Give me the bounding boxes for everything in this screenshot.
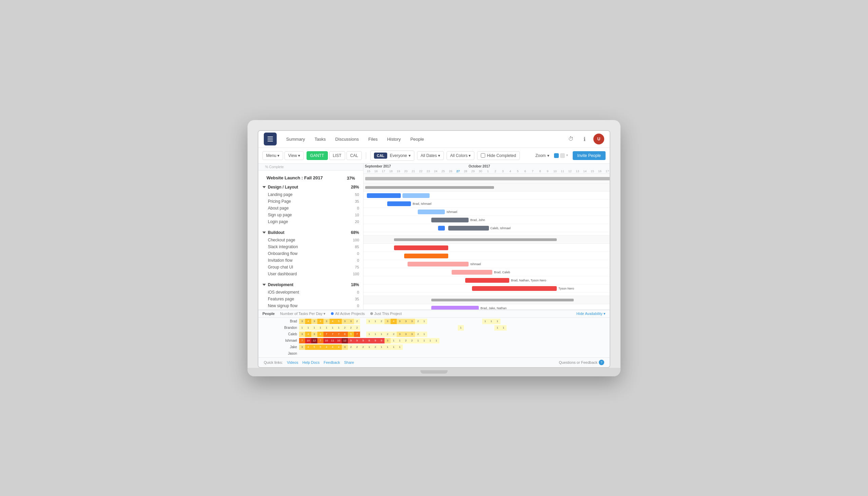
avail-cell (482, 325, 488, 330)
bar-ios (431, 306, 479, 310)
avail-cell (439, 331, 446, 337)
avail-cell (452, 319, 458, 324)
avail-cell (476, 338, 482, 343)
avail-cell: 4 (391, 319, 397, 324)
task-name: Onboarding flow (268, 251, 349, 256)
avail-cell: 2 (354, 319, 360, 324)
avail-cell: 3 (311, 331, 317, 337)
task-row: Onboarding flow 0 (258, 250, 363, 257)
project-title: Website Launch : Fall 2017 (262, 172, 327, 182)
color-toggle-gray[interactable] (560, 153, 565, 158)
avail-cell: 3 (342, 344, 348, 350)
avail-cell (372, 325, 378, 330)
view-dropdown[interactable]: View ▾ (284, 151, 304, 160)
avail-cell (415, 344, 421, 350)
avail-cell: 7 (299, 338, 305, 343)
tab-people[interactable]: People (406, 135, 428, 144)
all-colors-dropdown[interactable]: All Colors ▾ (447, 151, 474, 160)
tab-tasks[interactable]: Tasks (311, 135, 330, 144)
avail-cell (427, 331, 433, 337)
avatar[interactable]: U (593, 134, 604, 144)
legend-all-projects: All Active Projects (331, 312, 365, 316)
avail-cell: 1 (421, 331, 427, 337)
tab-files[interactable]: Files (364, 135, 382, 144)
help-docs-link[interactable]: Help Docs (303, 360, 320, 365)
avail-cell (500, 338, 507, 343)
group-design-layout[interactable]: Design / Layout 28% (258, 183, 363, 191)
avail-cell (378, 351, 385, 356)
menu-button[interactable] (264, 133, 277, 145)
chevron-down-icon: ▾ (469, 153, 470, 158)
videos-link[interactable]: Videos (287, 360, 298, 365)
group-development[interactable]: Development 18% (258, 281, 363, 289)
avail-cell: 3 (299, 344, 305, 350)
hide-completed-input[interactable] (481, 153, 485, 158)
task-pct: 85 (349, 245, 359, 249)
feedback-link[interactable]: Feedback (324, 360, 340, 365)
all-dates-dropdown[interactable]: All Dates ▾ (417, 151, 444, 160)
avail-cell (354, 351, 360, 356)
avail-cell (366, 325, 372, 330)
color-toggles: ▾ (554, 153, 568, 158)
avail-cell (421, 344, 427, 350)
avail-cell (403, 351, 409, 356)
nav-tabs: Summary Tasks Discussions Files History … (282, 135, 566, 144)
group-buildout[interactable]: Buildout 68% (258, 229, 363, 237)
tab-summary[interactable]: Summary (282, 135, 309, 144)
avail-cell (397, 325, 403, 330)
task-name: Pricing Page (268, 199, 349, 204)
avail-cell (427, 325, 433, 330)
cal-button[interactable]: CAL (346, 151, 362, 160)
hide-completed-checkbox[interactable]: Hide Completed (477, 151, 520, 160)
color-toggle-blue[interactable] (554, 153, 559, 158)
avail-cell (433, 351, 439, 356)
avail-cell (464, 338, 470, 343)
task-name: User dashboard (268, 272, 349, 276)
avail-cell: 3 (299, 319, 305, 324)
spacer (258, 225, 363, 229)
task-pct: 35 (349, 199, 359, 203)
avail-rows: Brad 34343453321123433321111 Brandon 111… (258, 318, 610, 357)
group-bar-design (365, 186, 494, 189)
avail-cell: 1 (305, 325, 311, 330)
avail-cell: 1 (421, 319, 427, 324)
task-pct: 0 (349, 290, 359, 294)
avail-cell (439, 319, 446, 324)
avail-cell: 3 (397, 319, 403, 324)
avail-cell: 4 (305, 344, 311, 350)
gantt-scroll[interactable]: September 2017 October 2017 // Will rend… (363, 164, 610, 310)
gantt-date-cell: 24 (432, 170, 439, 173)
gantt-date-cell: 25 (439, 170, 447, 173)
avail-cell (476, 319, 482, 324)
avail-cell: 1 (397, 344, 403, 350)
avail-cell (470, 319, 476, 324)
list-button[interactable]: LIST (329, 151, 345, 160)
avail-cell (433, 319, 439, 324)
clock-icon[interactable]: ⏱ (566, 134, 576, 144)
avail-cell: 3 (403, 331, 409, 337)
avail-cell: 4 (305, 331, 311, 337)
hide-availability-button[interactable]: Hide Availability ▾ (576, 312, 606, 316)
avail-cell (500, 319, 507, 324)
gantt-button[interactable]: GANTT (307, 151, 328, 160)
tab-discussions[interactable]: Discussions (331, 135, 363, 144)
everyone-dropdown[interactable]: CAL Everyone ▾ (370, 151, 414, 161)
avail-cell (464, 344, 470, 350)
avail-cell (397, 351, 403, 356)
avail-cell (317, 351, 324, 356)
avail-cell: 1 (494, 319, 500, 324)
feedback-badge[interactable]: ? (599, 360, 604, 365)
gantt-date-cell: 23 (424, 170, 432, 173)
invite-people-button[interactable]: Invite People (573, 151, 606, 160)
avail-cell: 12 (342, 338, 348, 343)
avail-cell (366, 351, 372, 356)
tab-history[interactable]: History (383, 135, 405, 144)
share-link[interactable]: Share (344, 360, 354, 365)
avail-cell: 1 (391, 344, 397, 350)
availability-grid[interactable]: Brad 34343453321123433321111 Brandon 111… (258, 318, 610, 357)
help-icon[interactable]: ℹ (580, 134, 589, 144)
gantt-date-cell: 8 (537, 170, 544, 173)
avail-cell: 5 (311, 344, 317, 350)
menu-dropdown[interactable]: Menu ▾ (262, 151, 283, 160)
gantt-date-cell: 20 (402, 170, 409, 173)
